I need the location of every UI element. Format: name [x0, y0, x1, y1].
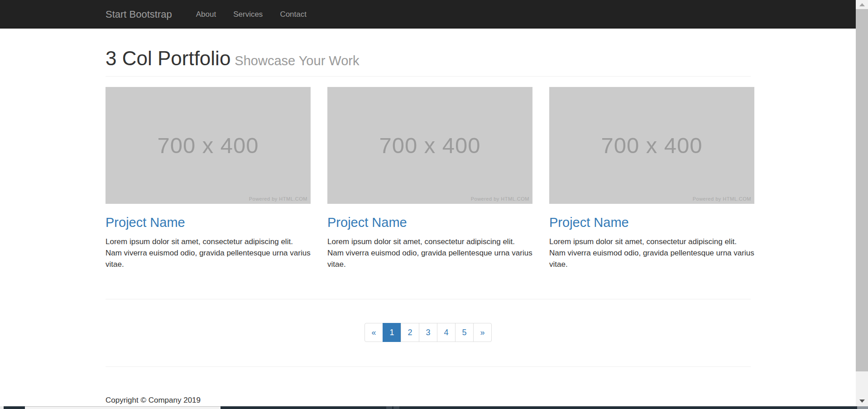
pagination-next-item: »: [474, 323, 492, 342]
scrollbar-down-button[interactable]: [856, 396, 868, 405]
scrollbar-thumb[interactable]: [856, 9, 868, 371]
divider-above-pagination: [106, 299, 751, 299]
page-heading: 3 Col PortfolioShowcase Your Work: [106, 48, 751, 69]
browser-viewport: Start Bootstrap About Services Contact 3…: [0, 0, 856, 409]
taskbar-segment: [857, 406, 868, 409]
taskbar-icon-patch: [393, 406, 399, 409]
taskbar-segment-dark: [4, 406, 25, 409]
pagination-item-3: 3: [419, 323, 437, 342]
project-description: Lorem ipsum dolor sit amet, consectetur …: [327, 236, 532, 270]
scrollbar-up-icon: [859, 3, 865, 6]
pagination-item-5: 5: [456, 323, 474, 342]
page-subtitle: Showcase Your Work: [235, 53, 359, 68]
taskbar-segment: [0, 406, 4, 409]
project-title-link-2[interactable]: Project Name: [327, 215, 407, 230]
project-card-1: 700 x 400 Powered by HTML.COM Project Na…: [106, 87, 311, 270]
scrollbar-up-button[interactable]: [856, 0, 868, 9]
taskbar-segment-dark: [221, 406, 857, 409]
taskbar-segment-light: [25, 406, 221, 409]
placeholder-size-text: 700 x 400: [379, 133, 480, 158]
page-1-button[interactable]: 1: [383, 323, 401, 342]
nav-link-about[interactable]: About: [187, 0, 225, 29]
page-4-button[interactable]: 4: [437, 323, 456, 342]
project-thumbnail-2[interactable]: 700 x 400 Powered by HTML.COM: [327, 87, 532, 204]
pagination-prev-item: «: [364, 323, 383, 342]
page-next-button[interactable]: »: [473, 323, 492, 342]
project-description: Lorem ipsum dolor sit amet, consectetur …: [549, 236, 754, 270]
navbar-container: Start Bootstrap About Services Contact: [106, 0, 751, 29]
project-thumbnail-1[interactable]: 700 x 400 Powered by HTML.COM: [106, 87, 311, 204]
navbar-brand-link[interactable]: Start Bootstrap: [106, 0, 172, 29]
pagination: « 1 2 3 4 5 »: [364, 323, 492, 342]
page-header: 3 Col PortfolioShowcase Your Work: [106, 48, 751, 77]
pagination-item-4: 4: [437, 323, 456, 342]
project-thumbnail-3[interactable]: 700 x 400 Powered by HTML.COM: [549, 87, 754, 204]
project-title-heading: Project Name: [549, 215, 754, 230]
scrollbar-down-icon: [859, 399, 865, 403]
project-title-link-3[interactable]: Project Name: [549, 215, 629, 230]
taskbar-edge-strip: [0, 406, 868, 409]
navbar-menu: About Services Contact: [187, 0, 315, 29]
placeholder-watermark: Powered by HTML.COM: [249, 196, 307, 202]
page-title: 3 Col Portfolio: [106, 47, 230, 69]
pagination-item-2: 2: [401, 323, 419, 342]
project-title-heading: Project Name: [106, 215, 311, 230]
nav-item-services: Services: [225, 0, 271, 29]
page-5-button[interactable]: 5: [455, 323, 474, 342]
placeholder-watermark: Powered by HTML.COM: [693, 196, 751, 202]
page-prev-button[interactable]: «: [364, 323, 383, 342]
placeholder-watermark: Powered by HTML.COM: [471, 196, 529, 202]
placeholder-size-text: 700 x 400: [601, 133, 702, 158]
project-title-link-1[interactable]: Project Name: [106, 215, 185, 230]
nav-link-services[interactable]: Services: [225, 0, 271, 29]
placeholder-size-text: 700 x 400: [157, 133, 259, 158]
taskbar-icon-patch: [386, 406, 392, 409]
portfolio-grid: 700 x 400 Powered by HTML.COM Project Na…: [106, 87, 751, 270]
divider-above-footer: [106, 366, 751, 367]
pagination-row: « 1 2 3 4 5 »: [106, 323, 751, 342]
main-container: 3 Col PortfolioShowcase Your Work 700 x …: [106, 48, 751, 405]
vertical-scrollbar[interactable]: [856, 0, 868, 406]
top-navbar: Start Bootstrap About Services Contact: [0, 0, 856, 29]
nav-item-contact: Contact: [271, 0, 315, 29]
project-card-3: 700 x 400 Powered by HTML.COM Project Na…: [549, 87, 754, 270]
page-3-button[interactable]: 3: [419, 323, 437, 342]
project-description: Lorem ipsum dolor sit amet, consectetur …: [106, 236, 311, 270]
project-card-2: 700 x 400 Powered by HTML.COM Project Na…: [327, 87, 532, 270]
nav-item-about: About: [187, 0, 225, 29]
pagination-item-1: 1: [383, 323, 401, 342]
page-2-button[interactable]: 2: [401, 323, 419, 342]
nav-link-contact[interactable]: Contact: [271, 0, 315, 29]
footer-copyright: Copyright © Company 2019: [106, 396, 751, 405]
project-title-heading: Project Name: [327, 215, 532, 230]
